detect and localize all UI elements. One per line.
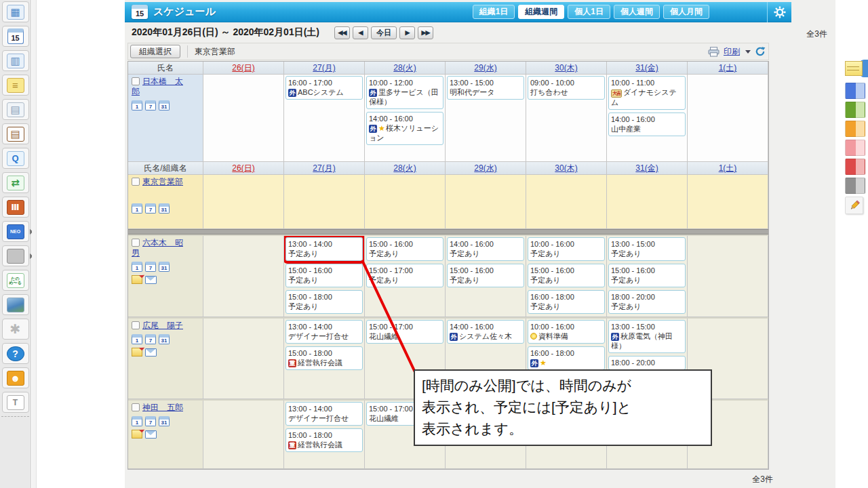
event-card[interactable]: 13:00 - 15:00外秋原電気（神田様） [608, 320, 686, 353]
next-week-button[interactable]: ▶ [399, 26, 415, 39]
clipboard-tile[interactable]: ▤ [2, 123, 29, 144]
sidebar-gutter[interactable] [32, 0, 37, 488]
memo-note-icon[interactable] [845, 61, 863, 76]
cal1-calendar-icon[interactable]: 1 [132, 416, 142, 426]
memo-tile[interactable]: ≡ [2, 75, 29, 96]
event-card[interactable]: 15:00 - 16:00予定あり [285, 264, 363, 287]
banner-tile[interactable] [2, 294, 29, 315]
cal1-calendar-icon[interactable]: 1 [132, 100, 142, 110]
cal7-calendar-icon[interactable]: 7 [145, 203, 156, 214]
day-link[interactable]: 1(土) [719, 63, 737, 73]
facility-tile[interactable]: ▥ [2, 50, 29, 71]
event-card[interactable]: 16:00 - 18:00予定あり [528, 290, 605, 314]
view-org-day-button[interactable]: 組織1日 [473, 5, 515, 19]
event-card[interactable]: 18:00 - 20:00 [608, 356, 686, 370]
view-personal-month-button[interactable]: 個人月間 [663, 5, 709, 19]
day-link[interactable]: 31(金) [635, 63, 658, 73]
event-card[interactable]: 15:00 - 18:00重経営執行会議 [285, 428, 363, 452]
neo-tile[interactable]: NEO [2, 221, 29, 242]
cabinet-tile[interactable]: Ⅲ [2, 197, 29, 218]
row-checkbox[interactable] [132, 178, 140, 186]
event-card[interactable]: 15:00 - 18:00予定あり [285, 290, 363, 314]
memo-icon[interactable] [132, 348, 142, 357]
member-link[interactable]: 広尾 陽子 [142, 321, 183, 330]
event-card[interactable]: 14:00 - 16:00外システム佐々木 [447, 320, 524, 344]
row-checkbox[interactable] [132, 403, 140, 411]
event-card[interactable]: 10:00 - 16:00予定あり [528, 237, 605, 261]
day-link[interactable]: 27(月) [313, 163, 335, 173]
event-card[interactable]: 14:00 - 16:00山中産業 [608, 113, 686, 136]
tanomail-tile[interactable]: たのめ〜る [2, 270, 29, 291]
cal31-calendar-icon[interactable]: 31 [159, 262, 170, 272]
event-card[interactable]: 15:00 - 16:00予定あり [366, 237, 443, 261]
day-link[interactable]: 26(日) [232, 63, 254, 73]
pink-color-chip[interactable] [845, 140, 865, 156]
day-link[interactable]: 29(水) [474, 63, 496, 73]
day-link[interactable]: 26(日) [232, 163, 254, 173]
view-personal-day-button[interactable]: 個人1日 [568, 5, 610, 19]
mail-icon[interactable] [145, 276, 157, 284]
gray-color-chip[interactable] [845, 178, 865, 194]
text-size-tile[interactable]: T [2, 392, 29, 413]
today-button[interactable]: 今日 [371, 26, 397, 39]
support-tile[interactable]: ☻ [2, 367, 29, 388]
event-card[interactable]: 16:00 - 18:00外★ [528, 346, 605, 370]
day-link[interactable]: 30(木) [555, 163, 577, 173]
view-org-week-button[interactable]: 組織週間 [518, 5, 564, 19]
settings-gear-button[interactable] [767, 2, 791, 22]
event-card[interactable]: 15:00 - 18:00重経営執行会議 [285, 346, 363, 370]
cal1-calendar-icon[interactable]: 1 [132, 334, 142, 344]
day-link[interactable]: 27(月) [313, 63, 335, 73]
org-select-button[interactable]: 組織選択 [130, 45, 180, 58]
day-link[interactable]: 1(土) [719, 163, 737, 173]
view-personal-week-button[interactable]: 個人週間 [614, 5, 660, 19]
day-link[interactable]: 29(水) [474, 163, 496, 173]
event-card[interactable]: 10:00 - 16:00資料準備 [528, 320, 605, 344]
refresh-icon[interactable] [755, 46, 766, 57]
search-tile[interactable]: Q [2, 148, 29, 169]
member-link[interactable]: 東京営業部 [142, 177, 183, 186]
event-card[interactable]: 15:00 - 16:00予定あり [447, 264, 524, 287]
event-card[interactable]: 16:00 - 17:00外ABCシステム [285, 76, 363, 100]
event-card[interactable]: 13:00 - 15:00明和代データ [447, 76, 524, 100]
event-card[interactable]: 13:00 - 14:00デザイナー打合せ [285, 320, 363, 344]
memo-icon[interactable] [132, 430, 142, 439]
day-link[interactable]: 28(火) [393, 163, 416, 173]
next-month-button[interactable]: ▶▶ [418, 26, 433, 39]
event-card[interactable]: 18:00 - 20:00予定あり [608, 290, 686, 314]
event-card[interactable]: 14:00 - 16:00外★桜木ソリューション [366, 112, 443, 145]
workflow-tile[interactable]: ⇄ [2, 172, 29, 193]
event-card[interactable]: 15:00 - 16:00予定あり [528, 264, 605, 287]
cal7-calendar-icon[interactable]: 7 [145, 100, 156, 110]
pencil-chip[interactable] [845, 197, 863, 214]
cal31-calendar-icon[interactable]: 31 [159, 334, 170, 344]
prev-month-button[interactable]: ◀◀ [334, 26, 350, 39]
day-link[interactable]: 31(金) [635, 163, 658, 173]
row-checkbox[interactable] [132, 321, 140, 329]
member-link[interactable]: 神田 五郎 [142, 403, 183, 412]
red-color-chip[interactable] [845, 159, 865, 175]
print-link[interactable]: 印刷 [724, 46, 740, 58]
prev-week-button[interactable]: ◀ [353, 26, 368, 39]
mail-icon[interactable] [145, 348, 157, 357]
event-card[interactable]: 15:00 - 17:00予定あり [366, 264, 443, 287]
event-card[interactable]: 13:00 - 15:00予定あり [608, 237, 686, 261]
cal7-calendar-icon[interactable]: 7 [145, 416, 156, 426]
event-card[interactable]: 15:00 - 17:00花山繊維 [366, 320, 443, 344]
folder-tile[interactable] [2, 245, 29, 266]
cal31-calendar-icon[interactable]: 31 [159, 203, 170, 214]
cal7-calendar-icon[interactable]: 7 [145, 334, 156, 344]
orange-color-chip[interactable] [845, 121, 865, 137]
green-color-chip[interactable] [845, 102, 865, 118]
board-tile[interactable]: ▤ [2, 99, 29, 120]
row-checkbox[interactable] [132, 77, 140, 85]
portal-tile[interactable]: ▦ [2, 1, 29, 22]
help-tile[interactable]: ? [2, 343, 29, 364]
schedule-tile[interactable]: 15 [2, 26, 29, 47]
day-link[interactable]: 28(火) [393, 63, 416, 73]
mail-icon[interactable] [145, 430, 157, 439]
cal31-calendar-icon[interactable]: 31 [159, 100, 170, 110]
event-card[interactable]: 14:00 - 16:00予定あり [447, 237, 524, 261]
cal7-calendar-icon[interactable]: 7 [145, 262, 156, 272]
print-dropdown-icon[interactable] [745, 50, 751, 54]
